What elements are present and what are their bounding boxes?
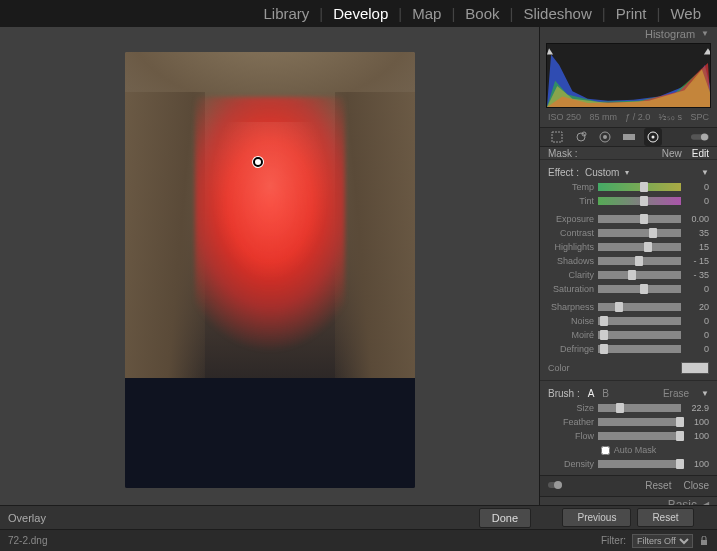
slider-label: Tint bbox=[548, 196, 594, 206]
effect-preset[interactable]: Custom bbox=[585, 167, 619, 178]
reset-button[interactable]: Reset bbox=[645, 480, 671, 492]
slider-track[interactable] bbox=[598, 285, 681, 293]
slider-knob[interactable] bbox=[640, 214, 648, 224]
slider-label: Sharpness bbox=[548, 302, 594, 312]
slider-clarity: Clarity- 35 bbox=[548, 268, 709, 282]
slider-value[interactable]: 0 bbox=[685, 330, 709, 340]
crop-tool-icon[interactable] bbox=[548, 128, 566, 146]
nav-slideshow[interactable]: Slideshow bbox=[515, 5, 599, 22]
automask-checkbox[interactable] bbox=[601, 446, 610, 455]
slider-knob[interactable] bbox=[628, 270, 636, 280]
slider-label: Exposure bbox=[548, 214, 594, 224]
brush-erase[interactable]: Erase bbox=[663, 388, 689, 399]
spot-tool-icon[interactable] bbox=[572, 128, 590, 146]
reset-button[interactable]: Reset bbox=[637, 508, 693, 527]
slider-knob[interactable] bbox=[616, 403, 624, 413]
slider-track[interactable] bbox=[598, 331, 681, 339]
slider-knob[interactable] bbox=[600, 316, 608, 326]
slider-track[interactable] bbox=[598, 243, 681, 251]
nav-book[interactable]: Book bbox=[457, 5, 507, 22]
close-button[interactable]: Close bbox=[683, 480, 709, 492]
nav-develop[interactable]: Develop bbox=[325, 5, 396, 22]
slider-knob[interactable] bbox=[649, 228, 657, 238]
lock-icon[interactable] bbox=[699, 536, 709, 546]
slider-value[interactable]: 0 bbox=[685, 316, 709, 326]
slider-track[interactable] bbox=[598, 229, 681, 237]
slider-knob[interactable] bbox=[676, 459, 684, 469]
slider-track[interactable] bbox=[598, 183, 681, 191]
slider-track[interactable] bbox=[598, 432, 681, 440]
color-swatch[interactable] bbox=[681, 362, 709, 374]
slider-track[interactable] bbox=[598, 404, 681, 412]
switch-icon[interactable] bbox=[548, 480, 562, 492]
exif-iso: ISO 250 bbox=[548, 112, 581, 122]
slider-track[interactable] bbox=[598, 418, 681, 426]
slider-value[interactable]: 15 bbox=[685, 242, 709, 252]
brush-b[interactable]: B bbox=[602, 388, 609, 399]
nav-library[interactable]: Library bbox=[255, 5, 317, 22]
slider-value[interactable]: 0 bbox=[685, 284, 709, 294]
brush-a[interactable]: A bbox=[588, 388, 595, 399]
slider-knob[interactable] bbox=[600, 344, 608, 354]
slider-value[interactable]: 100 bbox=[685, 417, 709, 427]
slider-value[interactable]: 0 bbox=[685, 182, 709, 192]
slider-value[interactable]: 35 bbox=[685, 228, 709, 238]
redeye-tool-icon[interactable] bbox=[596, 128, 614, 146]
slider-knob[interactable] bbox=[676, 417, 684, 427]
slider-knob[interactable] bbox=[635, 256, 643, 266]
slider-track[interactable] bbox=[598, 345, 681, 353]
image-canvas[interactable] bbox=[0, 27, 539, 512]
tool-strip bbox=[540, 127, 717, 147]
slider-value[interactable]: 0.00 bbox=[685, 214, 709, 224]
gradient-tool-icon[interactable] bbox=[620, 128, 638, 146]
svg-point-15 bbox=[701, 133, 708, 140]
photo-preview[interactable] bbox=[125, 52, 415, 488]
slider-knob[interactable] bbox=[615, 302, 623, 312]
histogram-chart[interactable] bbox=[546, 43, 711, 108]
slider-knob[interactable] bbox=[600, 330, 608, 340]
svg-rect-18 bbox=[701, 540, 707, 545]
switch-icon[interactable] bbox=[691, 128, 709, 146]
slider-value[interactable]: - 35 bbox=[685, 270, 709, 280]
filter-select[interactable]: Filters Off bbox=[632, 534, 693, 548]
slider-track[interactable] bbox=[598, 303, 681, 311]
slider-saturation: Saturation0 bbox=[548, 282, 709, 296]
done-button[interactable]: Done bbox=[479, 508, 531, 528]
slider-value[interactable]: - 15 bbox=[685, 256, 709, 266]
slider-value[interactable]: 0 bbox=[685, 196, 709, 206]
slider-track[interactable] bbox=[598, 215, 681, 223]
slider-value[interactable]: 20 bbox=[685, 302, 709, 312]
slider-label: Flow bbox=[548, 431, 594, 441]
mask-row: Mask : New Edit bbox=[540, 147, 717, 159]
mask-new[interactable]: New bbox=[662, 148, 682, 159]
brush-tool-icon[interactable] bbox=[644, 128, 662, 146]
nav-sep: | bbox=[600, 5, 608, 22]
slider-value[interactable]: 0 bbox=[685, 344, 709, 354]
nav-map[interactable]: Map bbox=[404, 5, 449, 22]
slider-knob[interactable] bbox=[640, 196, 648, 206]
slider-value[interactable]: 100 bbox=[685, 431, 709, 441]
slider-track[interactable] bbox=[598, 460, 681, 468]
nav-sep: | bbox=[507, 5, 515, 22]
slider-track[interactable] bbox=[598, 317, 681, 325]
slider-track[interactable] bbox=[598, 197, 681, 205]
slider-track[interactable] bbox=[598, 257, 681, 265]
brush-section: Brush : A B Erase ▼ Size22.9 Feather100 … bbox=[540, 380, 717, 475]
mask-edit[interactable]: Edit bbox=[692, 148, 709, 159]
nav-print[interactable]: Print bbox=[608, 5, 655, 22]
slider-knob[interactable] bbox=[644, 242, 652, 252]
overlay-label[interactable]: Overlay bbox=[8, 512, 46, 524]
slider-track[interactable] bbox=[598, 271, 681, 279]
slider-knob[interactable] bbox=[676, 431, 684, 441]
effect-header[interactable]: Effect : Custom ▾ ▼ bbox=[548, 164, 709, 180]
slider-noise: Noise0 bbox=[548, 314, 709, 328]
previous-button[interactable]: Previous bbox=[562, 508, 631, 527]
nav-web[interactable]: Web bbox=[662, 5, 709, 22]
adjustment-pin[interactable] bbox=[253, 157, 263, 167]
slider-knob[interactable] bbox=[640, 182, 648, 192]
histogram-header[interactable]: Histogram ▼ bbox=[540, 27, 717, 41]
photo-region bbox=[210, 122, 330, 282]
slider-value[interactable]: 100 bbox=[685, 459, 709, 469]
slider-value[interactable]: 22.9 bbox=[685, 403, 709, 413]
slider-knob[interactable] bbox=[640, 284, 648, 294]
